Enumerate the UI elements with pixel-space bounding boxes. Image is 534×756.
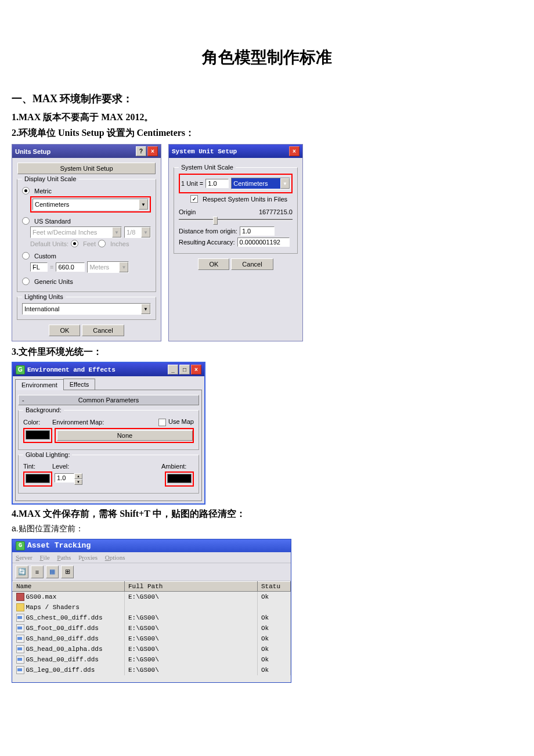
metric-radio[interactable]	[22, 187, 30, 195]
chevron-down-icon[interactable]: ▼	[139, 199, 148, 210]
custom-unit-input	[30, 262, 48, 272]
metric-select[interactable]: Centimeters▼	[33, 199, 149, 210]
generic-radio[interactable]	[22, 278, 30, 285]
distance-input[interactable]	[240, 226, 275, 236]
max-icon	[16, 593, 24, 601]
units-setup-titlebar[interactable]: Units Setup ? ×	[12, 145, 161, 158]
unit-value-input[interactable]	[205, 179, 229, 188]
help-icon[interactable]: ?	[136, 146, 146, 156]
bg-color-swatch[interactable]	[26, 430, 50, 440]
item-4: 4.MAX 文件保存前，需将 Shift+T 中，贴图的路径清空：	[12, 508, 522, 520]
unit-label: 1 Unit =	[181, 180, 203, 187]
origin-value: 16777215.0	[259, 208, 293, 215]
dds-icon	[16, 635, 24, 643]
table-row[interactable]: GS_foot_00_diff.ddsE:\GS00\Ok	[13, 623, 291, 633]
maximize-icon[interactable]: □	[179, 365, 190, 375]
table-row[interactable]: GS00.maxE:\GS00\Ok	[13, 591, 291, 602]
custom-radio[interactable]	[22, 252, 30, 260]
cancel-button[interactable]: Cancel	[231, 258, 273, 270]
accuracy-input	[237, 237, 290, 247]
ok-button[interactable]: OK	[49, 325, 80, 336]
asset-table: Name Full Path Statu GS00.maxE:\GS00\OkM…	[12, 581, 291, 675]
feet-radio	[71, 240, 78, 247]
origin-label: Origin	[179, 208, 196, 215]
table-row[interactable]: GS_head_00_diff.ddsE:\GS00\Ok	[13, 654, 291, 665]
system-unit-titlebar[interactable]: System Unit Setup ×	[169, 145, 302, 158]
menu-file[interactable]: File	[39, 554, 49, 561]
tab-effects[interactable]: Effects	[63, 379, 95, 390]
env-title: Environment and Effects	[27, 366, 116, 373]
document-title: 角色模型制作标准	[12, 46, 522, 69]
table-row[interactable]: GS_chest_00_diff.ddsE:\GS00\Ok	[13, 613, 291, 623]
chevron-down-icon[interactable]: ▼	[141, 304, 150, 314]
close-icon[interactable]: ×	[289, 146, 300, 156]
item-4a: a.贴图位置清空前：	[12, 524, 522, 534]
spin-up-icon[interactable]: ▲	[74, 473, 82, 479]
menu-proxies[interactable]: Proxies	[78, 554, 98, 561]
chevron-down-icon[interactable]: ▼	[280, 178, 290, 189]
level-label: Level:	[52, 463, 69, 470]
asset-tracking-titlebar[interactable]: G Asset Tracking	[12, 539, 291, 552]
dds-icon	[16, 656, 24, 664]
close-icon[interactable]: ×	[191, 365, 201, 375]
table-row[interactable]: GS_leg_00_diff.ddsE:\GS00\Ok	[13, 665, 291, 675]
table-row[interactable]: GS_hand_00_diff.ddsE:\GS00\Ok	[13, 633, 291, 644]
ok-button[interactable]: OK	[198, 258, 229, 270]
env-titlebar[interactable]: GEnvironment and Effects _ □ ×	[13, 363, 204, 376]
tab-environment[interactable]: Environment	[15, 379, 64, 390]
lighting-select[interactable]: International▼	[22, 303, 151, 315]
system-unit-title: System Unit Setup	[172, 148, 237, 155]
table-row[interactable]: GS_head_00_alpha.ddsE:\GS00\Ok	[13, 644, 291, 654]
spin-down-icon[interactable]: ▼	[74, 479, 82, 485]
list-icon[interactable]: ≡	[31, 566, 44, 578]
cancel-button[interactable]: Cancel	[82, 325, 124, 336]
system-unit-setup-button[interactable]: System Unit Setup	[17, 163, 156, 174]
display-unit-scale-group: Metric Centimeters▼ US Standard Feet w/D…	[17, 179, 156, 292]
inches-radio	[98, 240, 106, 247]
rollout-common[interactable]: Common Parameters	[18, 395, 199, 405]
respect-label: Respect System Units in Files	[203, 196, 287, 203]
col-name[interactable]: Name	[13, 581, 125, 591]
refresh-icon[interactable]: 🔄	[16, 566, 28, 578]
dds-icon	[16, 645, 24, 653]
menu-server[interactable]: Server	[16, 554, 33, 561]
grid-icon[interactable]: ⊞	[61, 566, 74, 578]
unit-cm-select[interactable]: Centimeters▼	[231, 178, 290, 189]
custom-label: Custom	[34, 253, 56, 260]
section-1-heading: 一、MAX 环境制作要求：	[12, 92, 522, 106]
asset-tracking-title: Asset Tracking	[27, 541, 91, 550]
default-units-label: Default Units:	[30, 240, 68, 247]
item-3: 3.文件里环境光统一：	[12, 346, 522, 358]
table-row[interactable]: Maps / Shaders	[13, 602, 291, 613]
env-map-button[interactable]: None	[57, 430, 193, 441]
tint-swatch[interactable]	[26, 474, 50, 483]
background-group: Color: Environment Map: Use Map None	[18, 410, 199, 450]
us-radio[interactable]	[22, 217, 30, 225]
generic-label: Generic Units	[34, 278, 73, 285]
dds-icon	[16, 624, 24, 632]
units-setup-dialog: Units Setup ? × System Unit Setup Metric…	[12, 144, 161, 341]
custom-val-input	[56, 262, 85, 272]
accuracy-label: Resulting Accuracy:	[179, 239, 235, 246]
menu-paths[interactable]: Paths	[57, 554, 71, 561]
menu-options[interactable]: Options	[105, 554, 125, 561]
environment-effects-dialog: GEnvironment and Effects _ □ × Environme…	[12, 362, 205, 505]
col-full-path[interactable]: Full Path	[125, 581, 258, 591]
tree-icon[interactable]: ▦	[46, 566, 59, 578]
tint-label: Tint:	[23, 463, 35, 470]
close-icon[interactable]: ×	[147, 146, 158, 156]
color-label: Color:	[23, 419, 40, 426]
use-map-checkbox[interactable]	[158, 419, 166, 426]
ambient-label: Ambient:	[161, 463, 186, 470]
ambient-swatch[interactable]	[167, 474, 192, 483]
item-1: 1.MAX 版本不要高于 MAX 2012。	[12, 111, 522, 124]
respect-checkbox[interactable]: ✓	[190, 195, 198, 203]
level-spinner[interactable]: ▲▼	[55, 473, 82, 485]
minimize-icon[interactable]: _	[168, 365, 178, 375]
us-label: US Standard	[34, 218, 71, 225]
col-status[interactable]: Statu	[258, 581, 291, 591]
use-map-label: Use Map	[168, 418, 194, 425]
origin-slider[interactable]	[179, 219, 293, 221]
menu-bar[interactable]: Server File Paths Proxies Options	[12, 552, 291, 563]
distance-label: Distance from origin:	[179, 228, 237, 235]
